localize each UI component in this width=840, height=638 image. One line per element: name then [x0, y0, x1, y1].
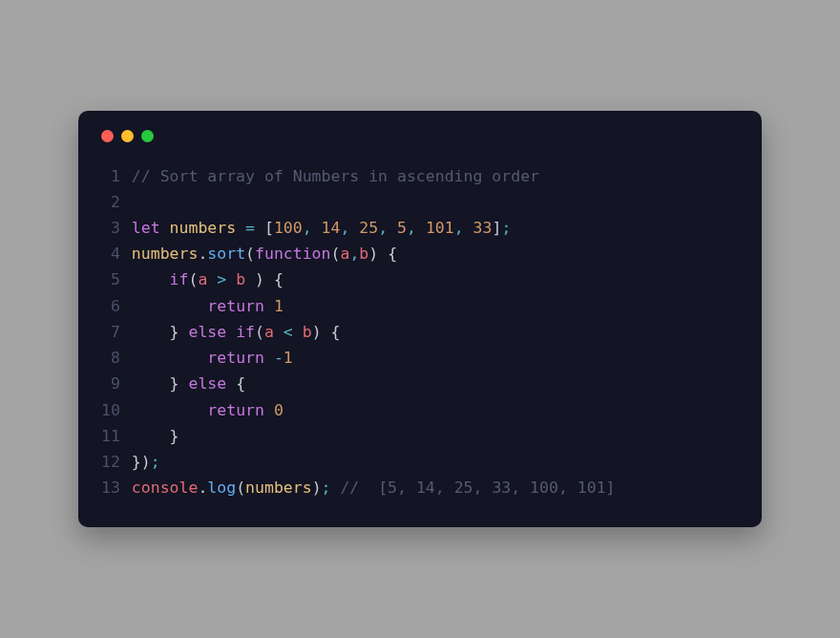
code-line: 1// Sort array of Numbers in ascending o… [99, 163, 741, 189]
line-number: 7 [99, 319, 120, 345]
code-line: 10 return 0 [99, 397, 741, 423]
line-number: 6 [99, 293, 120, 319]
line-number: 9 [99, 371, 120, 396]
code-line: 6 return 1 [99, 293, 741, 319]
line-content [132, 189, 141, 215]
window-controls [101, 130, 741, 142]
code-line: 3let numbers = [100, 14, 25, 5, 101, 33]… [99, 215, 741, 241]
line-content: return 1 [132, 293, 284, 319]
line-number: 1 [99, 163, 120, 189]
line-content: let numbers = [100, 14, 25, 5, 101, 33]; [132, 215, 511, 241]
code-line: 7 } else if(a < b) { [99, 319, 741, 345]
line-number: 10 [99, 397, 120, 423]
code-line: 4numbers.sort(function(a,b) { [99, 241, 741, 266]
line-number: 4 [99, 241, 120, 266]
code-line: 8 return -1 [99, 345, 741, 371]
line-content: } [132, 423, 179, 449]
close-icon[interactable] [101, 130, 114, 142]
zoom-icon[interactable] [141, 130, 154, 142]
line-content: return -1 [132, 345, 293, 371]
line-content: if(a > b ) { [132, 266, 284, 292]
line-content: } else { [132, 371, 245, 396]
code-line: 11 } [99, 423, 741, 449]
line-content: }); [132, 449, 160, 475]
code-line: 9 } else { [99, 371, 741, 396]
code-line: 12}); [99, 449, 741, 475]
line-number: 5 [99, 266, 120, 292]
code-window: 1// Sort array of Numbers in ascending o… [78, 111, 762, 528]
code-block: 1// Sort array of Numbers in ascending o… [99, 163, 741, 501]
minimize-icon[interactable] [121, 130, 134, 142]
code-line: 5 if(a > b ) { [99, 266, 741, 292]
line-content: console.log(numbers); // [5, 14, 25, 33,… [132, 475, 616, 500]
line-content: numbers.sort(function(a,b) { [132, 241, 397, 266]
code-line: 2 [99, 189, 741, 215]
line-number: 11 [99, 423, 120, 449]
code-line: 13console.log(numbers); // [5, 14, 25, 3… [99, 475, 741, 500]
line-content: } else if(a < b) { [132, 319, 341, 345]
line-number: 2 [99, 189, 120, 215]
line-number: 13 [99, 475, 120, 500]
line-content: return 0 [132, 397, 284, 423]
line-number: 8 [99, 345, 120, 371]
line-content: // Sort array of Numbers in ascending or… [132, 163, 539, 189]
line-number: 12 [99, 449, 120, 475]
line-number: 3 [99, 215, 120, 241]
